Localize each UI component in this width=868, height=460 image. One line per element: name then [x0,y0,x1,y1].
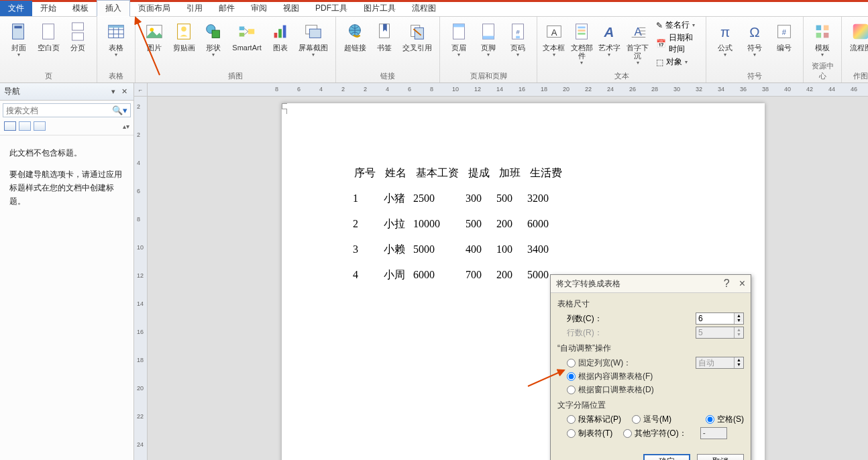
template-center-button[interactable]: 模板▾ [809,19,836,58]
flowchart-button[interactable]: 流程图 [847,19,868,52]
nav-close-icon[interactable]: ✕ [121,87,129,95]
horizontal-ruler[interactable]: 8642246810121416182022242628303234363840… [148,83,868,97]
hyperlink-button[interactable]: 超链接 [341,19,368,52]
cancel-button[interactable]: 取消 [697,454,744,460]
svg-rect-11 [109,25,124,28]
radio-sep-space[interactable]: 空格(S) [706,414,744,425]
radio-sep-other[interactable]: 其他字符(O)： [623,428,686,439]
svg-rect-3 [43,24,54,40]
screenshot-button[interactable]: 屏幕截图▾ [296,19,330,58]
svg-text:Ω: Ω [749,24,759,40]
blank-page-button[interactable]: 空白页 [35,19,62,52]
nav-message-2: 要创建导航选项卡，请通过应用标题样式在您的文档中创建标题。 [9,168,124,208]
svg-rect-19 [239,33,245,37]
group-headfoot-label: 页眉和页脚 [445,70,531,82]
svg-rect-36 [516,36,520,39]
footer-button[interactable]: 页脚▾ [475,19,502,58]
tab-picture-tools[interactable]: 图片工具 [356,1,404,16]
navigation-pane: 导航 ▾ ✕ 🔍▾ ▴▾ 此文档不包含标题。 要创建导航选项卡，请通过应用标题样… [0,83,134,460]
smartart-button[interactable]: SmartArt [229,19,264,52]
radio-fit-content[interactable]: 根据内容调整表格(F) [567,371,653,382]
document-canvas[interactable]: 序号姓名基本工资提成加班生活费1小猪250030050032002小拉10000… [148,97,868,460]
svg-rect-18 [239,27,245,31]
datetime-button[interactable]: 📅日期和时间 [656,32,700,55]
ribbon: 封面▾ 空白页 分页 页 表格▾ 表格 图片 剪贴画 形状▾ SmartArt … [0,17,868,83]
signature-icon: ✎ [656,21,663,30]
ok-button[interactable]: 确定 [643,454,690,460]
nav-dropdown-icon[interactable]: ▾ [111,87,117,95]
svg-rect-55 [816,33,822,38]
equation-button[interactable]: π公式▾ [712,19,739,58]
svg-text:π: π [720,24,730,40]
search-icon[interactable]: 🔍▾ [112,105,127,115]
chart-button[interactable]: 图表 [267,19,294,52]
tab-template[interactable]: 模板 [64,1,97,16]
convert-text-to-table-dialog: 将文字转换成表格 ? × 表格尺寸 列数(C)： ▲▼ 行数(R)： ▲▼ [550,274,751,460]
signature-button[interactable]: ✎签名行▾ [656,19,700,31]
vertical-ruler[interactable]: 224681012141618202224 [134,97,148,460]
group-links-label: 链接 [341,70,434,82]
section-autofit: “自动调整”操作 [557,343,744,354]
svg-rect-22 [278,29,282,38]
crossref-button[interactable]: 交叉引用 [400,19,434,52]
svg-text:#: # [516,29,520,36]
svg-text:A: A [551,27,557,38]
svg-rect-5 [72,33,84,40]
wordart-button[interactable]: A艺术字▾ [598,19,620,58]
tab-insert[interactable]: 插入 [97,0,130,17]
sep-other-input[interactable] [700,427,727,439]
textbox-button[interactable]: A文本框▾ [543,19,565,58]
svg-point-15 [181,27,186,32]
pagenum-button[interactable]: #页码▾ [504,19,531,58]
quickparts-button[interactable]: 文档部件▾ [567,19,596,66]
group-flowchart-label: 作图 [847,70,868,82]
dialog-close-icon[interactable]: × [739,278,745,290]
ruler-corner[interactable]: ⌐ [134,83,148,97]
tab-pdf-tools[interactable]: PDF工具 [307,1,356,16]
tab-view[interactable]: 视图 [275,1,307,16]
picture-button[interactable]: 图片 [141,19,168,52]
tab-page-layout[interactable]: 页面布局 [130,1,178,16]
tab-review[interactable]: 审阅 [243,1,275,16]
radio-sep-paragraph[interactable]: 段落标记(P) [567,414,621,425]
header-button[interactable]: 页眉▾ [445,19,472,58]
tab-flowchart[interactable]: 流程图 [404,1,444,16]
tab-home[interactable]: 开始 [32,1,64,16]
bookmark-button[interactable]: 书签 [371,19,398,52]
shapes-button[interactable]: 形状▾ [200,19,227,58]
columns-label: 列数(C)： [567,313,620,325]
radio-fixed-width[interactable]: 固定列宽(W)： [567,357,631,369]
clipart-button[interactable]: 剪贴画 [170,19,197,52]
radio-sep-tab[interactable]: 制表符(T) [567,428,612,439]
svg-rect-2 [14,26,21,29]
nav-view-pages[interactable] [19,121,31,131]
table-button[interactable]: 表格▾ [103,19,129,58]
tab-references[interactable]: 引用 [178,1,211,16]
nav-search-input[interactable] [6,106,112,115]
radio-fit-window[interactable]: 根据窗口调整表格(D) [567,384,654,396]
nav-view-caret[interactable]: ▴▾ [123,123,129,130]
dropcap-button[interactable]: A首字下沉▾ [623,19,652,66]
nav-view-results[interactable] [34,121,46,131]
object-button[interactable]: ⬚对象▾ [656,56,700,68]
menu-tabs: 文件 开始 模板 插入 页面布局 引用 邮件 审阅 视图 PDF工具 图片工具 … [0,2,868,17]
radio-sep-comma[interactable]: 逗号(M) [632,414,671,425]
document-text[interactable]: 序号姓名基本工资提成加班生活费1小猪250030050032002小拉10000… [349,160,567,288]
tab-mail[interactable]: 邮件 [211,1,243,16]
numbering-button[interactable]: #编号 [771,19,798,52]
nav-search[interactable]: 🔍▾ [3,103,131,117]
columns-spinner[interactable]: ▲▼ [696,312,744,325]
symbol-button[interactable]: Ω符号▾ [741,19,768,58]
nav-view-headings[interactable] [4,121,16,131]
page-break-button[interactable]: 分页 [64,19,91,52]
nav-title: 导航 [4,86,20,97]
columns-input[interactable] [696,313,734,324]
svg-text:A: A [634,25,642,38]
fixed-width-input [696,357,734,368]
dialog-help-icon[interactable]: ? [724,278,730,290]
fixed-width-spinner: ▲▼ [696,357,744,369]
rows-input [696,327,734,338]
tab-file[interactable]: 文件 [0,1,32,16]
svg-rect-42 [578,33,585,35]
cover-page-button[interactable]: 封面▾ [5,19,32,58]
